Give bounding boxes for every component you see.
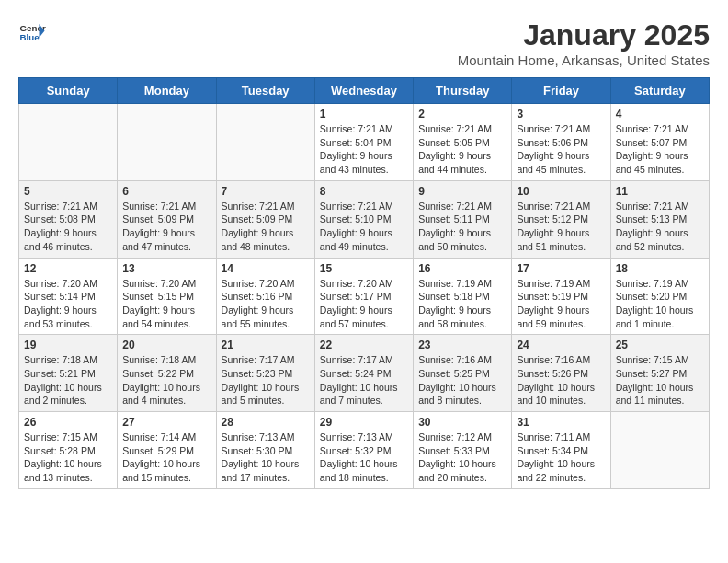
day-header-friday: Friday	[512, 78, 610, 104]
day-number: 22	[320, 339, 408, 351]
day-number: 28	[222, 416, 310, 429]
day-number: 17	[517, 262, 605, 275]
day-info: Sunrise: 7:12 AM Sunset: 5:33 PM Dayligh…	[418, 431, 506, 485]
calendar-cell: 17Sunrise: 7:19 AM Sunset: 5:19 PM Dayli…	[512, 258, 610, 335]
day-info: Sunrise: 7:15 AM Sunset: 5:27 PM Dayligh…	[616, 353, 704, 408]
day-info: Sunrise: 7:19 AM Sunset: 5:19 PM Dayligh…	[517, 277, 605, 331]
calendar-cell: 7Sunrise: 7:21 AM Sunset: 5:09 PM Daylig…	[216, 180, 314, 258]
day-info: Sunrise: 7:20 AM Sunset: 5:15 PM Dayligh…	[122, 277, 210, 331]
title-section: January 2025 Mountain Home, Arkansas, Un…	[458, 18, 710, 68]
day-header-wednesday: Wednesday	[314, 78, 413, 104]
day-header-tuesday: Tuesday	[216, 78, 314, 104]
logo-icon: General Blue	[18, 18, 46, 46]
day-info: Sunrise: 7:18 AM Sunset: 5:21 PM Dayligh…	[24, 353, 112, 408]
calendar-cell: 16Sunrise: 7:19 AM Sunset: 5:18 PM Dayli…	[414, 258, 512, 335]
calendar-cell: 9Sunrise: 7:21 AM Sunset: 5:11 PM Daylig…	[414, 180, 512, 258]
calendar-cell	[118, 104, 216, 181]
calendar-week-2: 5Sunrise: 7:21 AM Sunset: 5:08 PM Daylig…	[19, 180, 710, 258]
calendar-cell	[216, 104, 314, 181]
day-info: Sunrise: 7:13 AM Sunset: 5:30 PM Dayligh…	[222, 431, 310, 485]
day-info: Sunrise: 7:15 AM Sunset: 5:28 PM Dayligh…	[24, 431, 112, 485]
day-number: 27	[122, 416, 210, 429]
day-info: Sunrise: 7:18 AM Sunset: 5:22 PM Dayligh…	[122, 353, 210, 408]
calendar-cell: 26Sunrise: 7:15 AM Sunset: 5:28 PM Dayli…	[19, 412, 118, 489]
day-info: Sunrise: 7:21 AM Sunset: 5:08 PM Dayligh…	[24, 200, 112, 254]
day-number: 5	[24, 185, 112, 198]
subtitle: Mountain Home, Arkansas, United States	[458, 52, 710, 68]
day-info: Sunrise: 7:16 AM Sunset: 5:26 PM Dayligh…	[517, 353, 605, 408]
day-number: 13	[122, 262, 210, 275]
logo: General Blue	[18, 18, 46, 46]
day-header-sunday: Sunday	[19, 78, 118, 104]
calendar-cell: 6Sunrise: 7:21 AM Sunset: 5:09 PM Daylig…	[118, 180, 216, 258]
calendar-cell: 3Sunrise: 7:21 AM Sunset: 5:06 PM Daylig…	[512, 104, 610, 181]
day-info: Sunrise: 7:21 AM Sunset: 5:05 PM Dayligh…	[418, 122, 506, 177]
calendar-week-5: 26Sunrise: 7:15 AM Sunset: 5:28 PM Dayli…	[19, 412, 710, 489]
calendar-cell: 27Sunrise: 7:14 AM Sunset: 5:29 PM Dayli…	[118, 412, 216, 489]
calendar-cell: 18Sunrise: 7:19 AM Sunset: 5:20 PM Dayli…	[610, 258, 709, 335]
calendar-cell: 4Sunrise: 7:21 AM Sunset: 5:07 PM Daylig…	[610, 104, 709, 181]
page-header: General Blue January 2025 Mountain Home,…	[18, 18, 710, 68]
day-info: Sunrise: 7:20 AM Sunset: 5:17 PM Dayligh…	[320, 277, 408, 331]
day-info: Sunrise: 7:21 AM Sunset: 5:10 PM Dayligh…	[320, 200, 408, 254]
day-info: Sunrise: 7:21 AM Sunset: 5:12 PM Dayligh…	[517, 200, 605, 254]
day-info: Sunrise: 7:17 AM Sunset: 5:24 PM Dayligh…	[320, 353, 408, 408]
day-number: 8	[320, 185, 408, 198]
day-number: 3	[517, 108, 605, 121]
day-number: 2	[418, 108, 506, 121]
day-info: Sunrise: 7:14 AM Sunset: 5:29 PM Dayligh…	[122, 431, 210, 485]
calendar-cell: 25Sunrise: 7:15 AM Sunset: 5:27 PM Dayli…	[610, 335, 709, 412]
day-number: 14	[222, 262, 310, 275]
calendar-cell: 22Sunrise: 7:17 AM Sunset: 5:24 PM Dayli…	[314, 335, 413, 412]
day-info: Sunrise: 7:20 AM Sunset: 5:16 PM Dayligh…	[222, 277, 310, 331]
day-info: Sunrise: 7:19 AM Sunset: 5:20 PM Dayligh…	[616, 277, 704, 331]
calendar-cell: 2Sunrise: 7:21 AM Sunset: 5:05 PM Daylig…	[414, 104, 512, 181]
day-number: 1	[320, 108, 408, 121]
calendar-cell: 1Sunrise: 7:21 AM Sunset: 5:04 PM Daylig…	[314, 104, 413, 181]
day-number: 18	[616, 262, 704, 275]
day-number: 23	[418, 339, 506, 351]
main-title: January 2025	[458, 18, 710, 52]
calendar-cell: 13Sunrise: 7:20 AM Sunset: 5:15 PM Dayli…	[118, 258, 216, 335]
day-number: 15	[320, 262, 408, 275]
calendar-week-4: 19Sunrise: 7:18 AM Sunset: 5:21 PM Dayli…	[19, 335, 710, 412]
day-number: 24	[517, 339, 605, 351]
calendar-cell: 28Sunrise: 7:13 AM Sunset: 5:30 PM Dayli…	[216, 412, 314, 489]
day-info: Sunrise: 7:17 AM Sunset: 5:23 PM Dayligh…	[222, 353, 310, 408]
day-info: Sunrise: 7:11 AM Sunset: 5:34 PM Dayligh…	[517, 431, 605, 485]
day-number: 4	[616, 108, 704, 121]
svg-text:Blue: Blue	[20, 32, 40, 42]
day-number: 10	[517, 185, 605, 198]
day-number: 25	[616, 339, 704, 351]
day-info: Sunrise: 7:21 AM Sunset: 5:09 PM Dayligh…	[222, 200, 310, 254]
day-number: 31	[517, 416, 605, 429]
calendar-cell	[610, 412, 709, 489]
calendar-cell: 5Sunrise: 7:21 AM Sunset: 5:08 PM Daylig…	[19, 180, 118, 258]
calendar-table: SundayMondayTuesdayWednesdayThursdayFrid…	[18, 77, 710, 489]
day-number: 7	[222, 185, 310, 198]
calendar-cell: 19Sunrise: 7:18 AM Sunset: 5:21 PM Dayli…	[19, 335, 118, 412]
calendar-cell: 29Sunrise: 7:13 AM Sunset: 5:32 PM Dayli…	[314, 412, 413, 489]
day-number: 19	[24, 339, 112, 351]
day-number: 16	[418, 262, 506, 275]
day-number: 12	[24, 262, 112, 275]
day-number: 11	[616, 185, 704, 198]
day-number: 6	[122, 185, 210, 198]
calendar-cell: 20Sunrise: 7:18 AM Sunset: 5:22 PM Dayli…	[118, 335, 216, 412]
day-info: Sunrise: 7:21 AM Sunset: 5:11 PM Dayligh…	[418, 200, 506, 254]
calendar-cell: 31Sunrise: 7:11 AM Sunset: 5:34 PM Dayli…	[512, 412, 610, 489]
day-info: Sunrise: 7:21 AM Sunset: 5:04 PM Dayligh…	[320, 122, 408, 177]
day-number: 30	[418, 416, 506, 429]
calendar-cell: 21Sunrise: 7:17 AM Sunset: 5:23 PM Dayli…	[216, 335, 314, 412]
day-info: Sunrise: 7:19 AM Sunset: 5:18 PM Dayligh…	[418, 277, 506, 331]
day-header-saturday: Saturday	[610, 78, 709, 104]
day-info: Sunrise: 7:21 AM Sunset: 5:06 PM Dayligh…	[517, 122, 605, 177]
calendar-cell: 15Sunrise: 7:20 AM Sunset: 5:17 PM Dayli…	[314, 258, 413, 335]
calendar-cell: 11Sunrise: 7:21 AM Sunset: 5:13 PM Dayli…	[610, 180, 709, 258]
calendar-cell: 23Sunrise: 7:16 AM Sunset: 5:25 PM Dayli…	[414, 335, 512, 412]
calendar-week-1: 1Sunrise: 7:21 AM Sunset: 5:04 PM Daylig…	[19, 104, 710, 181]
day-number: 9	[418, 185, 506, 198]
calendar-header-row: SundayMondayTuesdayWednesdayThursdayFrid…	[19, 78, 710, 104]
calendar-cell: 30Sunrise: 7:12 AM Sunset: 5:33 PM Dayli…	[414, 412, 512, 489]
day-number: 20	[122, 339, 210, 351]
